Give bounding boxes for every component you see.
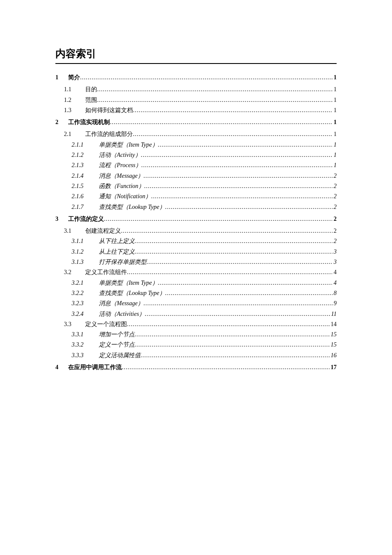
toc-leader-dots [110,118,333,127]
toc-entry[interactable]: 4在应用中调用工作流17 [55,362,337,373]
toc-leader-dots [135,248,333,256]
toc-leader-dots [158,279,333,287]
toc-number: 2.1.5 [72,182,99,191]
toc-leader-dots [147,258,333,266]
toc-leader-dots [145,310,330,318]
toc-page-number: 1 [333,130,337,139]
toc-label: 定义一个节点 [99,341,135,349]
toc-entry[interactable]: 1.2范围1 [55,95,337,105]
toc-entry[interactable]: 3.3.1增加一个节点15 [55,330,337,340]
toc-number: 1.3 [64,106,85,115]
toc-entry[interactable]: 1.1目的1 [55,84,337,95]
toc-label: 如何得到这篇文档 [85,106,133,115]
toc-entry[interactable]: 3.2.2查找类型（Lookup Type）8 [55,288,337,298]
toc-label: 简介 [68,73,80,82]
toc-entry[interactable]: 3.3.3定义活动属性值16 [55,350,337,361]
toc-number: 3.1.2 [72,248,99,256]
toc-number: 3.2.1 [72,279,99,287]
toc-page-number: 15 [330,341,337,349]
toc-leader-dots [165,203,333,211]
toc-label: 增加一个节点 [99,330,135,339]
toc-number: 3.3.1 [72,330,99,339]
toc-entry[interactable]: 2.1.7查找类型（Lookup Type）2 [55,202,337,212]
toc-page-number: 4 [333,268,337,277]
toc-entry[interactable]: 1.3如何得到这篇文档1 [55,105,337,116]
toc-label: 流程（Process） [99,161,141,170]
toc-leader-dots [121,227,333,235]
toc-entry[interactable]: 3.3定义一个流程图14 [55,319,337,330]
toc-number: 3.2 [64,268,85,277]
toc-label: 范围 [85,96,97,104]
toc-page-number: 1 [333,151,337,159]
toc-entry[interactable]: 2.1.5函数（Function）2 [55,181,337,191]
toc-leader-dots [122,363,330,372]
toc-page-number: 15 [330,330,337,339]
toc-entry[interactable]: 3.2定义工作流组件4 [55,267,337,278]
toc-entry[interactable]: 3.1.3打开保存单据类型3 [55,257,337,267]
toc-page-number: 2 [333,172,337,180]
toc-entry[interactable]: 3.1.1从下往上定义2 [55,236,337,246]
toc-page-number: 1 [333,161,337,170]
toc-number: 2 [55,118,68,127]
toc-entry[interactable]: 2.1.1单据类型（Item Type）1 [55,140,337,150]
toc-label: 创建流程定义 [85,227,121,235]
toc-page-number: 1 [333,96,337,104]
toc-label: 定义活动属性值 [99,351,141,360]
toc-label: 通知（Notification） [99,192,151,201]
toc-leader-dots [80,73,333,82]
toc-entry[interactable]: 2.1.3流程（Process）1 [55,160,337,171]
toc-leader-dots [127,320,330,329]
toc-entry[interactable]: 3.1创建流程定义2 [55,226,337,236]
toc-leader-dots [135,341,330,349]
toc-page-number: 2 [333,215,337,223]
toc-entry[interactable]: 2工作流实现机制1 [55,117,337,127]
toc-entry[interactable]: 3.3.2定义一个节点15 [55,340,337,350]
toc-number: 2.1.2 [72,151,99,159]
toc-number: 3.2.3 [72,299,99,308]
toc-page-number: 2 [333,237,337,246]
toc-number: 2.1.6 [72,192,99,201]
page-title: 内容索引 [55,47,337,64]
toc-page-number: 1 [333,85,337,94]
toc-entry[interactable]: 2.1.4消息（Message）2 [55,171,337,181]
toc-label: 定义工作流组件 [85,268,127,277]
toc-entry[interactable]: 3.2.3消息（Message）9 [55,298,337,309]
toc-label: 从上往下定义 [99,248,135,256]
toc-entry[interactable]: 2.1.2活动（Activity）1 [55,150,337,160]
toc-entry[interactable]: 3.1.2从上往下定义3 [55,247,337,257]
toc-entry[interactable]: 3.2.4活动（Activities）11 [55,309,337,319]
table-of-contents: 1简介11.1目的11.2范围11.3如何得到这篇文档12工作流实现机制12.1… [55,72,337,373]
toc-page-number: 1 [333,118,337,127]
toc-number: 1.1 [64,85,85,94]
toc-page-number: 1 [333,106,337,115]
toc-label: 工作流的定义 [68,215,104,223]
toc-page-number: 14 [330,320,337,329]
toc-entry[interactable]: 3.2.1单据类型（Item Type）4 [55,278,337,288]
toc-number: 1 [55,73,68,82]
toc-entry[interactable]: 2.1工作流的组成部分1 [55,129,337,139]
toc-label: 查找类型（Lookup Type） [99,289,165,298]
toc-label: 打开保存单据类型 [99,258,147,266]
toc-leader-dots [127,268,333,277]
toc-label: 消息（Message） [99,172,144,180]
toc-leader-dots [144,299,333,308]
toc-number: 3.1.3 [72,258,99,266]
toc-label: 查找类型（Lookup Type） [99,203,165,211]
toc-number: 2.1.3 [72,161,99,170]
toc-entry[interactable]: 3工作流的定义2 [55,214,337,224]
toc-label: 单据类型（Item Type） [99,141,158,149]
document-page: 内容索引 1简介11.1目的11.2范围11.3如何得到这篇文档12工作流实现机… [0,0,392,373]
toc-number: 3.3.2 [72,341,99,349]
toc-number: 3.3 [64,320,85,329]
toc-leader-dots [141,161,333,170]
toc-leader-dots [151,192,333,201]
toc-leader-dots [133,130,333,139]
toc-leader-dots [135,237,333,246]
toc-page-number: 16 [330,351,337,360]
toc-number: 3.2.4 [72,310,99,318]
toc-number: 1.2 [64,96,85,104]
toc-entry[interactable]: 1简介1 [55,72,337,83]
toc-entry[interactable]: 2.1.6通知（Notification）2 [55,191,337,202]
toc-leader-dots [141,151,333,159]
toc-leader-dots [141,351,330,360]
